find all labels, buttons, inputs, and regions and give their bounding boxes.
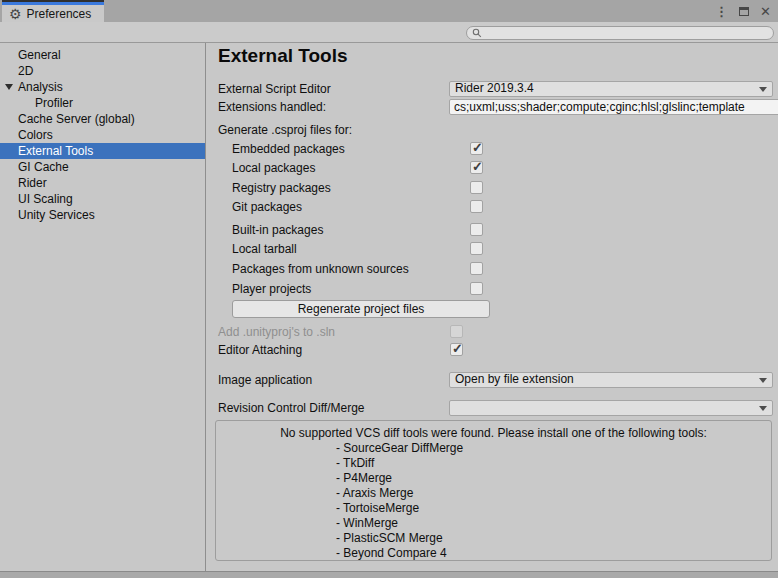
vcs-tool-item: - WinMerge bbox=[336, 516, 771, 531]
row-player-projects: Player projects bbox=[206, 281, 778, 297]
sidebar-item-label: Unity Services bbox=[18, 208, 95, 222]
revision-control-dropdown[interactable] bbox=[449, 400, 773, 416]
registry-packages-label: Registry packages bbox=[232, 180, 331, 196]
page-title: External Tools bbox=[218, 45, 348, 67]
sidebar-item-external-tools[interactable]: External Tools bbox=[0, 143, 205, 159]
image-application-label: Image application bbox=[218, 372, 312, 388]
sidebar-item-label: 2D bbox=[18, 64, 33, 78]
add-unityproj-checkbox bbox=[450, 325, 463, 338]
gear-icon: ⚙ bbox=[9, 7, 22, 21]
dropdown-value: Open by file extension bbox=[455, 372, 574, 386]
sidebar-item-label: Colors bbox=[18, 128, 53, 142]
foldout-expanded-icon[interactable] bbox=[5, 84, 13, 90]
sidebar-item-gi-cache[interactable]: GI Cache bbox=[0, 159, 205, 175]
vcs-tool-item: - SourceGear DiffMerge bbox=[336, 441, 771, 456]
row-local-packages: Local packages bbox=[206, 160, 778, 176]
sidebar-item-2d[interactable]: 2D bbox=[0, 63, 205, 79]
search-box[interactable] bbox=[466, 26, 774, 40]
sidebar-item-label: General bbox=[18, 48, 61, 62]
search-input[interactable] bbox=[482, 28, 767, 39]
window-controls: ⋮ ✕ bbox=[715, 0, 771, 22]
sidebar-item-ui-scaling[interactable]: UI Scaling bbox=[0, 191, 205, 207]
editor-attaching-checkbox[interactable] bbox=[450, 343, 463, 356]
window-bottom-strip bbox=[0, 571, 778, 578]
extensions-handled-label: Extensions handled: bbox=[218, 99, 326, 115]
row-git-packages: Git packages bbox=[206, 199, 778, 215]
overflow-menu-icon[interactable]: ⋮ bbox=[715, 4, 728, 19]
vcs-tool-item: - P4Merge bbox=[336, 471, 771, 486]
vcs-tool-item: - PlasticSCM Merge bbox=[336, 531, 771, 546]
sidebar-item-label: External Tools bbox=[18, 144, 93, 158]
dropdown-arrow-icon bbox=[759, 87, 767, 92]
sidebar-item-label: Cache Server (global) bbox=[18, 112, 135, 126]
sidebar-item-general[interactable]: General bbox=[0, 47, 205, 63]
external-script-editor-label: External Script Editor bbox=[218, 81, 331, 97]
registry-packages-checkbox[interactable] bbox=[470, 181, 483, 194]
row-editor-attaching: Editor Attaching bbox=[206, 342, 778, 358]
row-regenerate: Regenerate project files bbox=[206, 300, 778, 318]
sidebar-item-label: UI Scaling bbox=[18, 192, 73, 206]
vcs-tool-item: - Araxis Merge bbox=[336, 486, 771, 501]
built-in-packages-label: Built-in packages bbox=[232, 222, 323, 238]
vcs-tool-item: - TortoiseMerge bbox=[336, 501, 771, 516]
row-local-tarball: Local tarball bbox=[206, 241, 778, 257]
row-registry-packages: Registry packages bbox=[206, 180, 778, 196]
local-tarball-checkbox[interactable] bbox=[470, 242, 483, 255]
row-extensions-handled: Extensions handled: bbox=[206, 99, 778, 115]
sidebar-item-unity-services[interactable]: Unity Services bbox=[0, 207, 205, 223]
packages-unknown-sources-checkbox[interactable] bbox=[470, 262, 483, 275]
row-add-unityproj: Add .unityproj's to .sln bbox=[206, 324, 778, 340]
external-tools-pane: External Tools External Script Editor Ri… bbox=[206, 43, 778, 571]
player-projects-label: Player projects bbox=[232, 281, 311, 297]
toolbar bbox=[0, 22, 778, 43]
search-icon bbox=[472, 28, 482, 38]
embedded-packages-checkbox[interactable] bbox=[470, 142, 483, 155]
dropdown-value: Rider 2019.3.4 bbox=[455, 81, 534, 95]
sidebar-item-label: Rider bbox=[18, 176, 47, 190]
generate-csproj-label: Generate .csproj files for: bbox=[218, 122, 352, 138]
title-bar: ⚙ Preferences ⋮ ✕ bbox=[0, 0, 778, 22]
vcs-tool-item: - Beyond Compare 4 bbox=[336, 546, 771, 561]
sidebar-item-label: GI Cache bbox=[18, 160, 69, 174]
row-image-application: Image application Open by file extension bbox=[206, 372, 778, 388]
preferences-tab[interactable]: ⚙ Preferences bbox=[2, 0, 104, 22]
sidebar-item-profiler[interactable]: Profiler bbox=[0, 95, 205, 111]
regenerate-project-files-button[interactable]: Regenerate project files bbox=[232, 300, 490, 318]
image-application-dropdown[interactable]: Open by file extension bbox=[449, 372, 773, 388]
local-tarball-label: Local tarball bbox=[232, 241, 297, 257]
row-built-in-packages: Built-in packages bbox=[206, 222, 778, 238]
row-embedded-packages: Embedded packages bbox=[206, 141, 778, 157]
dropdown-arrow-icon bbox=[759, 406, 767, 411]
window-title: Preferences bbox=[27, 7, 92, 21]
preferences-sidebar: General 2D Analysis Profiler Cache Serve… bbox=[0, 43, 206, 571]
row-packages-unknown-sources: Packages from unknown sources bbox=[206, 261, 778, 277]
extensions-handled-input[interactable] bbox=[449, 99, 778, 115]
vcs-notice-box: No supported VCS diff tools were found. … bbox=[215, 420, 772, 561]
editor-attaching-label: Editor Attaching bbox=[218, 342, 302, 358]
revision-control-label: Revision Control Diff/Merge bbox=[218, 400, 365, 416]
row-generate-csproj: Generate .csproj files for: bbox=[206, 122, 778, 138]
sidebar-item-cache-server-global[interactable]: Cache Server (global) bbox=[0, 111, 205, 127]
vcs-tool-item: - TkDiff bbox=[336, 456, 771, 471]
sidebar-item-colors[interactable]: Colors bbox=[0, 127, 205, 143]
add-unityproj-label: Add .unityproj's to .sln bbox=[218, 324, 335, 340]
row-external-script-editor: External Script Editor Rider 2019.3.4 bbox=[206, 81, 778, 97]
local-packages-label: Local packages bbox=[232, 160, 315, 176]
row-revision-control: Revision Control Diff/Merge bbox=[206, 400, 778, 416]
sidebar-item-label: Analysis bbox=[18, 80, 63, 94]
embedded-packages-label: Embedded packages bbox=[232, 141, 345, 157]
maximize-icon[interactable] bbox=[739, 7, 749, 16]
sidebar-item-rider[interactable]: Rider bbox=[0, 175, 205, 191]
dropdown-arrow-icon bbox=[759, 378, 767, 383]
built-in-packages-checkbox[interactable] bbox=[470, 223, 483, 236]
local-packages-checkbox[interactable] bbox=[470, 161, 483, 174]
vcs-notice-intro: No supported VCS diff tools were found. … bbox=[216, 426, 771, 441]
git-packages-label: Git packages bbox=[232, 199, 302, 215]
sidebar-item-analysis[interactable]: Analysis bbox=[0, 79, 205, 95]
packages-unknown-sources-label: Packages from unknown sources bbox=[232, 261, 409, 277]
close-icon[interactable]: ✕ bbox=[760, 4, 771, 19]
sidebar-item-label: Profiler bbox=[35, 96, 73, 110]
git-packages-checkbox[interactable] bbox=[470, 200, 483, 213]
player-projects-checkbox[interactable] bbox=[470, 282, 483, 295]
external-script-editor-dropdown[interactable]: Rider 2019.3.4 bbox=[449, 81, 773, 97]
